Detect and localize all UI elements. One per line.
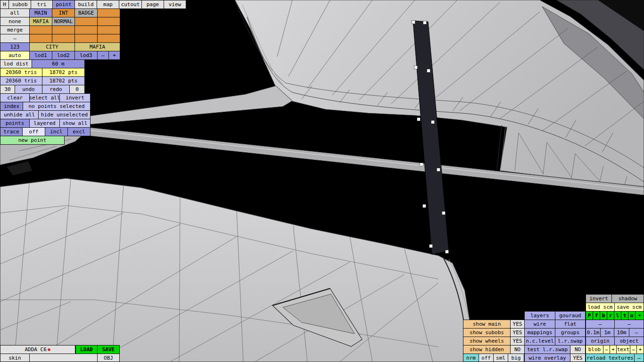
index-button[interactable]: index (0, 102, 23, 111)
show-subobs-toggle[interactable]: show subobs (463, 328, 511, 337)
palette-cell[interactable] (97, 25, 120, 34)
trace-excl-button[interactable]: excl (67, 127, 91, 136)
palette-cell[interactable] (29, 25, 52, 34)
test-lr-swap-button[interactable]: test l.r.swap (524, 345, 570, 354)
show-all-button[interactable]: show all (59, 119, 91, 128)
city-scheme-button[interactable]: CITY (29, 42, 75, 51)
grid-dash-button[interactable]: – (629, 328, 644, 337)
reload-dash-button[interactable]: – (634, 354, 644, 362)
view-right-button[interactable]: r (607, 311, 614, 320)
show-wheels-toggle[interactable]: show wheels (463, 337, 511, 346)
flat-button[interactable]: flat (555, 320, 586, 329)
palette-cell[interactable] (74, 17, 98, 26)
layer-main-button[interactable]: MAIN (29, 8, 52, 17)
hide-unselected-button[interactable]: hide unselected (38, 110, 91, 119)
reload-textures-button[interactable]: reload textures (586, 354, 635, 362)
obj-export-button[interactable]: OBJ (97, 354, 120, 362)
lr-swap-button[interactable]: l.r.swap (555, 337, 586, 346)
load-button[interactable]: LOAD (75, 345, 98, 354)
nrm-big-button[interactable]: big (508, 354, 524, 362)
dash-a-button[interactable]: – (586, 320, 615, 329)
save-button[interactable]: SAVE (97, 345, 120, 354)
select-all-layers-button[interactable]: all (0, 8, 30, 17)
undo-button[interactable]: undo (15, 85, 42, 94)
unhide-all-button[interactable]: unhide all (0, 110, 39, 119)
view-under-button[interactable]: u (628, 311, 636, 320)
show-main-value[interactable]: YES (510, 320, 525, 329)
save-scm-button[interactable]: save scm (614, 303, 644, 312)
palette-cell[interactable] (97, 34, 120, 43)
layer-mafia-button[interactable]: MAFIA (29, 17, 52, 26)
dash-b-button[interactable]: – (614, 320, 644, 329)
filename-field[interactable] (29, 354, 98, 362)
menu-build-tab[interactable]: build (74, 0, 97, 9)
points-mode-button[interactable]: points (0, 119, 30, 128)
lod3-button[interactable]: lod3 (74, 51, 98, 60)
blob-minus-button[interactable]: – (603, 345, 610, 354)
trace-off-button[interactable]: off (22, 127, 45, 136)
mappings-button[interactable]: mappings (524, 328, 555, 337)
lod-auto-button[interactable]: auto (0, 51, 30, 60)
trace-button[interactable]: trace (0, 127, 23, 136)
nrm-button[interactable]: nrm (463, 354, 479, 362)
palette-cell[interactable] (52, 25, 75, 34)
view-back-button[interactable]: b (600, 311, 607, 320)
test-lr-swap-value[interactable]: NO (570, 345, 586, 354)
lod-dist-value[interactable]: 60 m (32, 59, 85, 68)
text-plus-button[interactable]: + (636, 345, 644, 354)
select-all-button[interactable]: select all (29, 93, 60, 102)
wire-button[interactable]: wire (524, 320, 555, 329)
lod2-button[interactable]: lod2 (52, 51, 75, 60)
shadow-button[interactable]: shadow (611, 294, 644, 303)
new-point-button[interactable]: new point (0, 136, 65, 145)
view-perspective-button[interactable]: P (586, 311, 593, 320)
text-button[interactable]: text (616, 345, 630, 354)
layer-badge-button[interactable]: BADGE (74, 8, 98, 17)
origin-button[interactable]: origin (586, 337, 615, 346)
layers-button[interactable]: layers (524, 311, 555, 320)
redo-button[interactable]: redo (42, 85, 70, 94)
show-hidden-value[interactable]: NO (510, 345, 525, 354)
object-button[interactable]: object (614, 337, 644, 346)
lod-minus-button[interactable]: – (97, 51, 109, 60)
merge-layers-button[interactable]: merge (0, 25, 30, 34)
palette-cell[interactable] (74, 34, 98, 43)
wire-overlay-button[interactable]: wire overlay (524, 354, 570, 362)
nc-level-button[interactable]: n.c.level (524, 337, 555, 346)
menu-cutout-tab[interactable]: cutout (119, 0, 142, 9)
gouraud-button[interactable]: gouraud (555, 311, 586, 320)
wire-overlay-value[interactable]: YES (570, 354, 586, 362)
view-dot-button[interactable]: • (635, 311, 644, 320)
groups-button[interactable]: groups (555, 328, 586, 337)
clear-selection-button[interactable]: clear (0, 93, 30, 102)
layered-button[interactable]: layered (29, 119, 60, 128)
palette-cell[interactable] (97, 8, 120, 17)
menu-map-tab[interactable]: map (97, 0, 119, 9)
show-subobs-value[interactable]: YES (510, 328, 525, 337)
mafia-scheme-button[interactable]: MAFIA (74, 42, 120, 51)
palette-cell[interactable] (29, 34, 52, 43)
load-scm-button[interactable]: load scm (586, 303, 615, 312)
palette-cell[interactable] (52, 34, 75, 43)
menu-h-button[interactable]: H (0, 0, 9, 9)
menu-subob-tab[interactable]: subob (8, 0, 31, 9)
lod-plus-button[interactable]: + (108, 51, 120, 60)
palette-cell[interactable] (97, 17, 120, 26)
view-left-button[interactable]: l (614, 311, 621, 320)
show-main-toggle[interactable]: show main (463, 320, 511, 329)
palette-cell[interactable] (74, 25, 98, 34)
nrm-off-button[interactable]: off (479, 354, 494, 362)
menu-point-tab[interactable]: point (52, 0, 75, 9)
trace-incl-button[interactable]: incl (45, 127, 68, 136)
blob-plus-button[interactable]: + (610, 345, 617, 354)
select-none-layers-button[interactable]: none (0, 17, 30, 26)
view-top-button[interactable]: t (621, 311, 628, 320)
nrm-sml-button[interactable]: sml (493, 354, 508, 362)
grid-1m-button[interactable]: 1m (600, 328, 614, 337)
menu-view-tab[interactable]: view (164, 0, 186, 9)
blob-button[interactable]: blob (586, 345, 603, 354)
layer-int-button[interactable]: INT (52, 8, 75, 17)
grid-01m-button[interactable]: 0.1m (586, 328, 601, 337)
layer-dash-button[interactable]: – (0, 34, 30, 43)
menu-tri-tab[interactable]: tri (31, 0, 53, 9)
